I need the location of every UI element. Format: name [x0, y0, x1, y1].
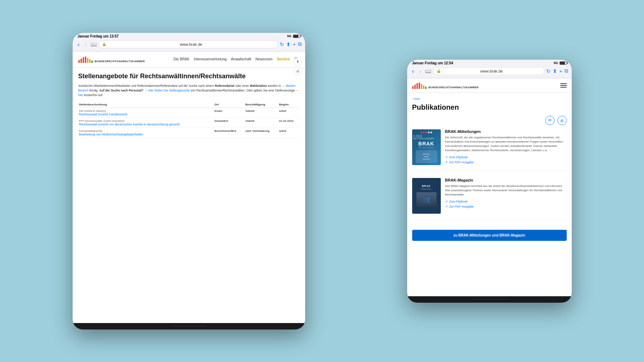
site-content-left: BUNDESRECHTSANWALTSKAMMER Die BRAK Inter…: [73, 51, 305, 323]
battery-fill-left: [293, 35, 298, 38]
job-cell-type-3: nach Vereinbarung: [245, 128, 278, 138]
job-cell-ort-1: Essen: [214, 108, 245, 118]
signal-left: 5G: [287, 34, 291, 38]
dot-r: [420, 132, 422, 133]
logo-bar-5: [87, 58, 88, 63]
back-button-left[interactable]: ‹: [76, 40, 81, 48]
job-cell-start-3: sofort: [278, 128, 299, 138]
pub-link-pdf-mitt[interactable]: ↗ Zur PDF-Ausgabe: [445, 160, 567, 164]
back-button-right[interactable]: ‹: [411, 67, 416, 75]
pub-link-label-mag-2: Zur PDF-Ausgabe: [449, 205, 474, 208]
logo-text-right: BUNDESRECHTSANWALTSKAMMER: [429, 86, 479, 89]
r-logo-bar-5: [421, 84, 422, 89]
newtab-button-right[interactable]: +: [559, 68, 562, 74]
status-right-left: 5G: [287, 34, 300, 38]
bookmarks-button-left[interactable]: 📖: [91, 41, 97, 47]
arrow-icon-mag-1: ↗: [445, 200, 448, 203]
address-bar-left[interactable]: 🔒 www.brak.de: [99, 40, 278, 48]
forward-button-right[interactable]: ›: [418, 67, 423, 75]
intro-text-left: Juristische Mitarbeiterinnen/Mitarbeiter…: [78, 84, 299, 97]
brak-mag-img: BRAK MAGAZIN 👥: [412, 178, 441, 214]
tablet-left: Januar Freitag um 13:57 5G ‹ › 📖 🔒 www.b…: [73, 33, 305, 329]
hamburger-line-1: [560, 83, 567, 84]
time-right: Januar Freitag um 12:54: [412, 61, 453, 65]
pub-actions: ✉ 🖨: [412, 116, 567, 125]
nav-service[interactable]: Service: [277, 57, 290, 61]
site-content-right: BUNDESRECHTSANWALTSKAMMER › Start Publik…: [407, 78, 572, 296]
nav-newsroom[interactable]: Newsroom: [255, 57, 273, 61]
nav-anwaltschaft[interactable]: Anwaltschaft: [231, 57, 251, 61]
job-table-header: Stellenbeschreibung Ort Beschäftigung Be…: [78, 101, 299, 108]
mag-label-magazin: MAGAZIN: [421, 188, 431, 190]
share-button-left[interactable]: ⬆: [286, 41, 291, 47]
job-cell-desc-3: Fachanwaltskanzlei Bearbeitung von Mediz…: [78, 128, 214, 138]
print-float-icon[interactable]: 🖨: [294, 67, 302, 75]
signal-right: 5G: [553, 61, 558, 65]
battery-right: [560, 61, 567, 65]
pub-link-flipbook-mag[interactable]: ↗ Zum Flipbook: [445, 200, 567, 203]
tabs-button-left[interactable]: ⧉: [298, 41, 302, 47]
r-logo-bar-4: [419, 83, 420, 89]
logo-bar-7: [91, 60, 93, 63]
hamburger-line-3: [560, 87, 567, 88]
mag-photo: 👥: [416, 192, 436, 207]
floating-icons-left: ⬆ 🖨: [294, 58, 302, 75]
logo-line1-right: BUNDESRECHTSANWALTSKAMMER: [429, 86, 479, 89]
job-cell-ort-3: Bonn/Homeoffice: [214, 128, 245, 138]
table-row: PFP Rechtsanwälte GmbH Düsseldorf Rechts…: [78, 118, 299, 128]
job-company-2: PFP Rechtsanwälte GmbH Düsseldorf: [79, 119, 213, 123]
nav-interessenvertretung[interactable]: Interessenvertretung: [194, 57, 227, 61]
hamburger-menu[interactable]: [560, 83, 567, 88]
pub-info-magazin: BRAK-Magazin Das BRAK-Magazin berichtet …: [445, 178, 567, 214]
site-header-right: BUNDESRECHTSANWALTSKAMMER: [407, 78, 572, 93]
job-table: Stellenbeschreibung Ort Beschäftigung Be…: [78, 101, 299, 138]
address-text-right: www.brak.de: [442, 69, 541, 73]
email-action-button[interactable]: ✉: [545, 116, 555, 125]
dot-r3: [425, 132, 427, 133]
cta-button[interactable]: zu BRAK-Mitteilungen und BRAK-Magazin: [412, 230, 567, 241]
logo-line1-left: BUNDESRECHTSANWALTSKAMMER: [95, 60, 145, 63]
share-float-icon[interactable]: ⬆: [294, 58, 302, 66]
newtab-button-left[interactable]: +: [293, 41, 296, 47]
arrow-icon-mitt-1: ↗: [445, 155, 448, 159]
job-title-1[interactable]: Rechtsanwalt (m/w/d) Familienrecht: [79, 113, 213, 116]
scroll-indicator-left: [171, 325, 207, 327]
pub-link-pdf-mag[interactable]: ↗ Zur PDF-Ausgabe: [445, 205, 567, 208]
lock-icon-right: 🔒: [436, 69, 441, 73]
job-title-2[interactable]: Rechtsanwalt (m/w/d) von dynamischer Kan…: [79, 123, 213, 126]
people-icon: 👥: [423, 195, 430, 203]
forward-button-left[interactable]: ›: [83, 40, 88, 48]
share-button-right[interactable]: ⬆: [553, 68, 557, 74]
col-beginn: Beginn: [278, 101, 299, 108]
nav-die-brak[interactable]: Die BRAK: [174, 57, 190, 61]
bookmarks-button-right[interactable]: 📖: [425, 68, 431, 74]
pub-link-flipbook-mitt[interactable]: ↗ Zum Flipbook: [445, 155, 567, 159]
job-title-3[interactable]: Bearbeitung von Medizinrechtsangelegenhe…: [79, 133, 213, 136]
browser-chrome-left: Januar Freitag um 13:57 5G ‹ › 📖 🔒 www.b…: [73, 33, 305, 51]
breadcrumb[interactable]: › Start: [412, 97, 567, 100]
cover-page-preview: ▬ ▬ ▬▬ ▬▬ ▬ ▬: [416, 150, 437, 163]
status-right-right: 5G: [553, 61, 566, 65]
brak-cover-content-mitt: 6.2023 MITTEILUNGEN BRAK MITTEILUNGEN ▬ …: [412, 129, 441, 165]
pub-item-magazin: BRAK MAGAZIN 👥 BRAK-Magazin Das BRAK-Mag…: [412, 178, 567, 220]
arrow-icon-mag-2: ↗: [445, 205, 448, 208]
scroll-indicator-right: [472, 298, 507, 300]
cover-brak-logo: BRAK: [418, 141, 434, 147]
col-ort: Ort: [214, 101, 245, 108]
battery-fill-right: [560, 62, 565, 64]
address-bar-right[interactable]: 🔒 www.brak.de: [433, 67, 545, 75]
pub-cover-mitteilungen: 6.2023 MITTEILUNGEN BRAK MITTEILUNGEN ▬ …: [412, 129, 441, 165]
reload-button-left[interactable]: ↻: [280, 41, 284, 47]
r-logo-bar-6: [423, 85, 424, 89]
pub-link-label-mitt-2: Zur PDF-Ausgabe: [449, 160, 474, 164]
print-action-button[interactable]: 🖨: [557, 116, 567, 125]
r-logo-bar-7: [425, 86, 426, 89]
pub-info-mitteilungen: BRAK-Mitteilungen Die Zeitschrift, die a…: [445, 129, 567, 165]
tabs-button-right[interactable]: ⧉: [565, 68, 568, 74]
dot-w: [428, 132, 430, 133]
cover-issue-label: 6.2023 MITTEILUNGEN: [414, 135, 439, 140]
pub-desc-mitteilungen: Die Zeitschrift, die alle zugelassenen R…: [445, 135, 567, 153]
job-cell-start-1: sofort: [278, 108, 299, 118]
pub-name-magazin: BRAK-Magazin: [445, 178, 567, 182]
reload-button-right[interactable]: ↻: [546, 68, 551, 74]
